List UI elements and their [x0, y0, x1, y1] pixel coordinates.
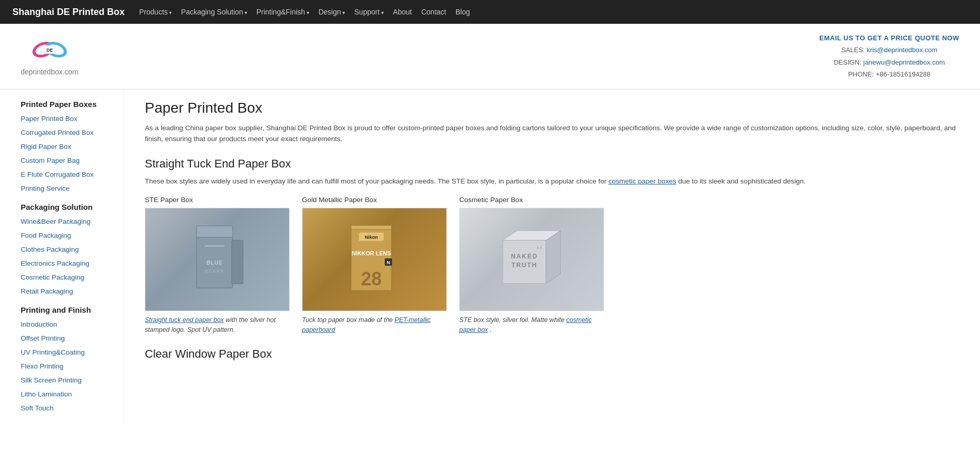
sidebar-item-e-flute-corrugated-box[interactable]: E Flute Corrugated Box	[21, 167, 113, 181]
nav-contact[interactable]: Contact	[421, 8, 446, 16]
main-content: Paper Printed Box As a leading China pap…	[124, 89, 980, 425]
cosmetic-boxes-link[interactable]: cosmetic paper boxes	[608, 177, 676, 185]
product-image-ste[interactable]: BLUE OCEAN	[145, 208, 290, 311]
intro-text: As a leading China paper box supplier, S…	[145, 122, 959, 145]
svg-rect-11	[205, 246, 224, 247]
sidebar-item-paper-printed-box[interactable]: Paper Printed Box	[21, 112, 113, 126]
nav-support[interactable]: Support	[354, 8, 384, 16]
phone-info: PHONE: +86-18516194288	[819, 68, 959, 80]
svg-text:DE: DE	[46, 48, 53, 53]
navbar: Shanghai DE Printed Box Products Packagi…	[0, 0, 980, 24]
svg-text:OCEAN: OCEAN	[205, 269, 224, 273]
product-card-cosmetic: Cosmetic Paper Box NAKED TRUTH	[459, 196, 604, 335]
svg-text:28: 28	[361, 268, 382, 289]
svg-text:N: N	[387, 260, 390, 265]
product-caption-cosmetic: STE box style, silver foil. Matte white …	[459, 315, 604, 335]
sidebar-item-cosmetic-packaging[interactable]: Cosmetic Packaging	[21, 270, 113, 284]
svg-rect-8	[232, 240, 243, 284]
nav-links: Products Packaging Solution Printing&Fin…	[139, 8, 470, 16]
logo-text: deprintedbox.com	[21, 66, 78, 77]
ste-box-link[interactable]: Straight tuck end paper box	[145, 316, 224, 324]
sidebar-section-printing-finish: Printing and Finish	[21, 305, 113, 314]
svg-text:BLUE: BLUE	[206, 260, 222, 266]
product-caption-ste: Straight tuck end paper box with the sil…	[145, 315, 290, 335]
section2-title: Clear Window Paper Box	[145, 347, 959, 361]
sales-info: SALES: kris@deprintedbox.com	[819, 44, 959, 56]
sidebar-item-introduction[interactable]: Introduction	[21, 317, 113, 331]
section1-title: Straight Tuck End Paper Box	[145, 157, 959, 171]
main-layout: Printed Paper Boxes Paper Printed Box Co…	[0, 89, 980, 425]
logo-icon: DE	[29, 35, 70, 64]
svg-marker-22	[546, 231, 561, 284]
logo-area: DE deprintedbox.com	[21, 35, 78, 77]
svg-text:NIKKOR LENS: NIKKOR LENS	[352, 250, 391, 256]
section1-desc: These box styles are widely used in ever…	[145, 176, 959, 187]
sidebar-item-retail-packaging[interactable]: Retail Packaging	[21, 284, 113, 298]
product-grid: STE Paper Box BLUE OCEAN	[145, 196, 959, 335]
page-title: Paper Printed Box	[145, 100, 959, 116]
sidebar-item-clothes-packaging[interactable]: Clothes Packaging	[21, 242, 113, 256]
product-image-cosmetic[interactable]: NAKED TRUTH ∧∧	[459, 208, 604, 311]
svg-text:TRUTH: TRUTH	[511, 262, 537, 269]
sidebar-item-wine-beer[interactable]: Wine&Beer Packaging	[21, 214, 113, 228]
sidebar: Printed Paper Boxes Paper Printed Box Co…	[0, 89, 124, 425]
email-cta: EMAIL US TO GET A PRICE QUOTE NOW	[819, 32, 959, 44]
contact-info: EMAIL US TO GET A PRICE QUOTE NOW SALES:…	[819, 32, 959, 81]
product-label-gold: Gold Metallic Paper Box	[302, 196, 447, 204]
product-label-cosmetic: Cosmetic Paper Box	[459, 196, 604, 204]
sidebar-item-custom-paper-bag[interactable]: Custom Paper Bag	[21, 154, 113, 167]
product-card-ste: STE Paper Box BLUE OCEAN	[145, 196, 290, 335]
sidebar-item-corrugated-printed-box[interactable]: Corrugated Printed Box	[21, 126, 113, 140]
sidebar-item-soft-touch[interactable]: Soft Touch	[21, 401, 113, 415]
product-card-gold: Gold Metallic Paper Box Nikon NIKKOR LEN…	[302, 196, 447, 335]
nav-products[interactable]: Products	[139, 8, 172, 16]
sidebar-item-electronics-packaging[interactable]: Electronics Packaging	[21, 256, 113, 270]
nav-packaging-solution[interactable]: Packaging Solution	[181, 8, 247, 16]
sidebar-item-rigid-paper-box[interactable]: Rigid Paper Box	[21, 140, 113, 154]
sidebar-item-printing-service[interactable]: Printing Service	[21, 181, 113, 195]
svg-rect-13	[351, 225, 391, 229]
sidebar-item-silk-screen[interactable]: Silk Screen Printing	[21, 373, 113, 387]
sidebar-item-food-packaging[interactable]: Food Packaging	[21, 228, 113, 242]
sidebar-item-offset-printing[interactable]: Offset Printing	[21, 331, 113, 345]
product-image-gold[interactable]: Nikon NIKKOR LENS N 28	[302, 208, 447, 311]
sidebar-item-flexo-printing[interactable]: Flexo Printing	[21, 359, 113, 373]
sidebar-item-litho-lamination[interactable]: Litho Lamination	[21, 387, 113, 401]
product-label-ste: STE Paper Box	[145, 196, 290, 204]
sidebar-section-packaging-solution: Packaging Solution	[21, 203, 113, 211]
svg-text:Nikon: Nikon	[365, 235, 378, 240]
design-info: DESIGN: janewu@deprintedbox.com	[819, 56, 959, 68]
sidebar-item-uv-printing[interactable]: UV Printing&Coating	[21, 345, 113, 359]
svg-text:∧∧: ∧∧	[536, 245, 542, 250]
nav-blog[interactable]: Blog	[456, 8, 470, 16]
product-caption-gold: Tuck top paper box made of the PET-metal…	[302, 315, 447, 335]
svg-rect-7	[197, 226, 233, 237]
header-banner: DE deprintedbox.com EMAIL US TO GET A PR…	[0, 24, 980, 89]
svg-text:NAKED: NAKED	[511, 253, 538, 260]
nav-about[interactable]: About	[393, 8, 412, 16]
sidebar-section-printed-paper-boxes: Printed Paper Boxes	[21, 100, 113, 109]
nav-design[interactable]: Design	[319, 8, 345, 16]
nav-printing-finish[interactable]: Printing&Finish	[257, 8, 309, 16]
nav-brand[interactable]: Shanghai DE Printed Box	[12, 7, 125, 18]
